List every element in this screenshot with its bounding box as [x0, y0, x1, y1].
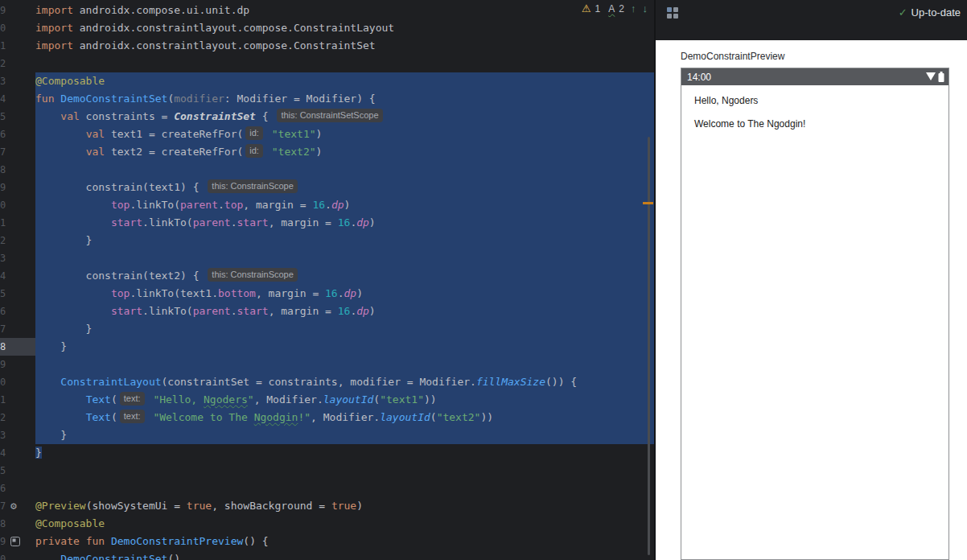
code-line[interactable]: 5 top.linkTo(text1.bottom, margin = 16.d… — [0, 285, 654, 303]
code-line[interactable]: 9private fun DemoConstraintPreview() { — [0, 533, 654, 550]
code-line[interactable]: 8@Composable — [0, 515, 654, 533]
code-line[interactable]: 6 start.linkTo(parent.start, margin = 16… — [0, 303, 654, 320]
code-line[interactable]: 0 ConstraintLayout(constraintSet = const… — [0, 373, 654, 391]
token: start — [237, 305, 268, 317]
inlay-hint[interactable]: text: — [120, 392, 145, 406]
preview-name-label[interactable]: DemoConstraintPreview — [681, 51, 967, 62]
gutter[interactable]: 7 — [0, 320, 35, 338]
code-line[interactable]: 5 — [0, 462, 654, 480]
gutter[interactable]: 7 — [0, 143, 35, 161]
gutter[interactable]: 2 — [0, 409, 35, 426]
gutter[interactable]: 0 — [0, 19, 35, 37]
gutter[interactable]: 9 — [0, 533, 35, 550]
code-line[interactable]: 1 start.linkTo(parent.start, margin = 16… — [0, 214, 654, 232]
inlay-hint[interactable]: id: — [245, 144, 263, 158]
line-number: 8 — [0, 515, 7, 533]
gutter[interactable]: 8 — [0, 515, 35, 533]
gutter[interactable]: 0 — [0, 373, 35, 391]
line-number: 9 — [0, 533, 7, 550]
code-line[interactable]: 8 } — [0, 338, 654, 356]
token: "Hello, — [153, 393, 204, 406]
token: constraints = — [80, 110, 174, 122]
code-line[interactable]: 3 } — [0, 426, 654, 444]
inlay-hint[interactable]: this: ConstrainScope — [208, 268, 298, 282]
code-line[interactable]: 5 val constraints = ConstraintSet { this… — [0, 108, 654, 126]
status-bar-icons — [926, 72, 944, 82]
code-line[interactable]: 7⚙@Preview(showSystemUi = true, showBack… — [0, 497, 654, 515]
gutter[interactable]: 5 — [0, 285, 35, 303]
code-text: val text2 = createRefFor(id: "text2") — [35, 143, 654, 161]
gutter[interactable]: 0 — [0, 196, 35, 214]
gutter[interactable]: 8 — [0, 338, 35, 356]
device-preview-frame[interactable]: 14:00 Hello, Ngoders Welcome to The Ngod… — [681, 68, 949, 560]
gutter[interactable]: 8 — [0, 161, 35, 179]
gutter[interactable]: 9 — [0, 179, 35, 196]
code-line[interactable]: 0 top.linkTo(parent.top, margin = 16.dp) — [0, 196, 654, 214]
code-line[interactable]: 1import androidx.constraintlayout.compos… — [0, 37, 654, 55]
inspection-widget[interactable]: ⚠ 1 A 2 ↑ ↓ — [582, 2, 648, 14]
gutter[interactable]: 4 — [0, 267, 35, 285]
code-line[interactable]: 6 val text1 = createRefFor(id: "text1") — [0, 126, 654, 143]
inlay-hint[interactable]: this: ConstrainScope — [208, 179, 298, 193]
inlay-hint[interactable]: id: — [245, 126, 263, 140]
code-line[interactable]: 0import androidx.constraintlayout.compos… — [0, 19, 654, 37]
code-line[interactable]: 7 val text2 = createRefFor(id: "text2") — [0, 143, 654, 161]
token: val — [86, 146, 105, 158]
token: ) — [316, 128, 323, 140]
token: dp — [356, 216, 369, 229]
editor-scrollbar[interactable] — [648, 137, 650, 555]
inlay-hint[interactable]: this: ConstraintSetScope — [277, 109, 382, 122]
prev-highlight-arrow-up-icon[interactable]: ↑ — [631, 2, 636, 14]
inlay-hint[interactable]: text: — [120, 410, 145, 423]
gutter[interactable]: 5 — [0, 462, 35, 480]
code-line[interactable]: 4fun DemoConstraintSet(modifier: Modifie… — [0, 90, 654, 108]
gutter[interactable]: 4 — [0, 444, 35, 462]
code-line[interactable]: 9 constrain(text1) { this: ConstrainScop… — [0, 179, 654, 196]
gutter[interactable]: 5 — [0, 108, 35, 126]
code-line[interactable]: 2 Text(text: "Welcome to The Ngodgin!", … — [0, 409, 654, 426]
token: @Preview — [35, 500, 86, 512]
gutter[interactable]: 6 — [0, 303, 35, 320]
code-line[interactable]: 9 — [0, 356, 654, 373]
gutter[interactable]: 6 — [0, 480, 35, 497]
code-line[interactable]: 3@Composable — [0, 72, 654, 90]
code-line[interactable]: 7 } — [0, 320, 654, 338]
token: } — [35, 323, 92, 335]
gutter[interactable]: 1 — [0, 37, 35, 55]
code-editor[interactable]: 9import androidx.compose.ui.unit.dp0impo… — [0, 0, 654, 560]
token: text2 = createRefFor( — [105, 146, 243, 158]
code-line[interactable]: 4} — [0, 444, 654, 462]
preview-grid-icon[interactable] — [667, 7, 678, 19]
gutter[interactable]: 3 — [0, 426, 35, 444]
gutter[interactable]: 4 — [0, 90, 35, 108]
code-line[interactable]: 1 Text(text: "Hello, Ngoders", Modifier.… — [0, 391, 654, 409]
gutter[interactable]: 2 — [0, 55, 35, 72]
preview-toolbar: ✓ Up-to-date — [656, 0, 967, 40]
code-line[interactable]: 9import androidx.compose.ui.unit.dp — [0, 2, 654, 19]
code-line[interactable]: 6 — [0, 480, 654, 497]
android-studio-window: 9import androidx.compose.ui.unit.dp0impo… — [0, 0, 967, 560]
code-line[interactable]: 3 — [0, 249, 654, 267]
gutter[interactable]: 9 — [0, 356, 35, 373]
code-line[interactable]: 2 — [0, 55, 654, 72]
gutter[interactable]: 1 — [0, 214, 35, 232]
gutter[interactable]: 2 — [0, 232, 35, 249]
code-line[interactable]: 8 — [0, 161, 654, 179]
gutter[interactable]: 3 — [0, 72, 35, 90]
error-stripe-warning-mark[interactable] — [643, 202, 653, 204]
gutter[interactable]: 3 — [0, 249, 35, 267]
gutter[interactable]: 6 — [0, 126, 35, 143]
code-line[interactable]: 4 constrain(text2) { this: ConstrainScop… — [0, 267, 654, 285]
code-line[interactable]: 2 } — [0, 232, 654, 249]
gutter[interactable]: 7⚙ — [0, 497, 35, 515]
preview-settings-gear-icon[interactable]: ⚙ — [10, 497, 17, 515]
code-line[interactable]: 0 DemoConstraintSet() — [0, 550, 654, 560]
token: , margin = — [256, 287, 325, 299]
next-highlight-arrow-down-icon[interactable]: ↓ — [643, 2, 648, 14]
gutter[interactable]: 0 — [0, 550, 35, 560]
gutter[interactable]: 1 — [0, 391, 35, 409]
token: fun — [35, 93, 54, 105]
gutter[interactable]: 9 — [0, 2, 35, 19]
compose-preview-gutter-icon[interactable] — [10, 537, 20, 546]
code-text — [35, 55, 654, 72]
